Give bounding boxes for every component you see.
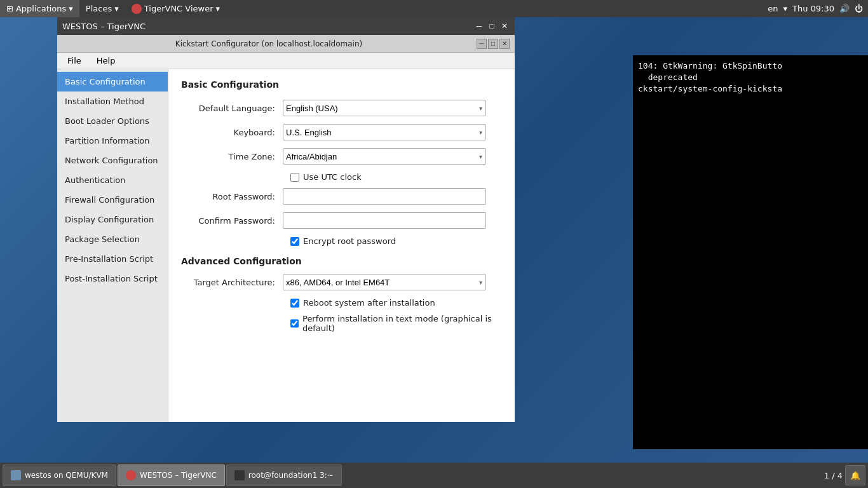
keyboard-label: Keyboard: (181, 128, 283, 137)
sidebar-item-network-configuration[interactable]: Network Configuration (57, 151, 168, 170)
tigervnc-window-controls: ─ □ ✕ (474, 21, 510, 31)
target-arch-select-wrapper: x86, AMD64, or Intel EM64T ▾ (283, 274, 486, 290)
default-language-select[interactable]: English (USA) (283, 100, 486, 116)
sidebar-item-firewall-configuration[interactable]: Firewall Configuration (57, 190, 168, 210)
sidebar-item-partition-information[interactable]: Partition Information (57, 131, 168, 151)
help-menu[interactable]: Help (89, 55, 123, 67)
lang-arrow-icon: ▾ (783, 4, 787, 13)
time-zone-row: Time Zone: Africa/Abidjan ▾ (181, 148, 502, 165)
confirm-password-input[interactable] (283, 212, 486, 229)
encrypt-root-password-checkbox[interactable] (290, 237, 299, 246)
clock: Thu 09:30 (792, 4, 834, 13)
top-taskbar: ⊞ Applications ▾ Places ▾ TigerVNC Viewe… (0, 0, 868, 17)
notification-icon: 🔔 (850, 471, 860, 480)
applications-arrow-icon: ▾ (69, 4, 73, 13)
tigervnc-titlebar: WESTOS – TigerVNC ─ □ ✕ (57, 17, 515, 35)
sidebar-item-post-installation-script[interactable]: Post-Installation Script (57, 269, 168, 288)
utc-clock-row: Use UTC clock (181, 172, 502, 182)
tigervnc-arrow-icon: ▾ (216, 4, 220, 13)
taskbar-tigervnc-label: WESTOS – TigerVNC (140, 471, 217, 480)
time-zone-label: Time Zone: (181, 152, 283, 161)
default-language-row: Default Language: English (USA) ▾ (181, 100, 502, 116)
page-indicator: 1 / 4 (824, 471, 843, 480)
tigervnc-title: WESTOS – TigerVNC (62, 22, 146, 31)
tigervnc-taskbar-btn[interactable]: TigerVNC Viewer ▾ (125, 0, 226, 17)
confirm-password-label: Confirm Password: (181, 216, 283, 226)
terminal-line-1: 104: GtkWarning: GtkSpinButto (638, 60, 863, 72)
basic-config-title: Basic Configuration (181, 79, 502, 90)
keyboard-row: Keyboard: U.S. English ▾ (181, 124, 502, 140)
confirm-password-row: Confirm Password: (181, 212, 502, 229)
target-arch-row: Target Architecture: x86, AMD64, or Inte… (181, 274, 502, 290)
root-password-input[interactable] (283, 188, 486, 205)
top-taskbar-right: en ▾ Thu 09:30 🔊 ⏻ (768, 0, 868, 17)
tigervnc-window: WESTOS – TigerVNC ─ □ ✕ Kickstart Config… (57, 17, 515, 422)
sidebar-item-display-configuration[interactable]: Display Configuration (57, 210, 168, 229)
time-zone-select[interactable]: Africa/Abidjan (283, 148, 486, 165)
kickstart-body: Basic Configuration Installation Method … (57, 69, 515, 422)
time-zone-select-wrapper: Africa/Abidjan ▾ (283, 148, 486, 165)
terminal-taskbar-icon (234, 470, 245, 480)
kickstart-container: Kickstart Configurator (on localhost.loc… (57, 35, 515, 422)
taskbar-tigervnc-btn[interactable]: WESTOS – TigerVNC (118, 464, 225, 486)
tigervnc-label: TigerVNC Viewer (144, 4, 214, 13)
lang-indicator[interactable]: en (768, 4, 778, 13)
menu-bar: File Help (57, 53, 515, 69)
default-language-label: Default Language: (181, 104, 283, 113)
applications-menu[interactable]: ⊞ Applications ▾ (0, 0, 79, 17)
text-mode-row: Perform installation in text mode (graph… (181, 314, 502, 333)
content-area: Basic Configuration Default Language: En… (168, 69, 515, 422)
tigervnc-maximize-button[interactable]: □ (487, 21, 497, 31)
default-language-select-wrapper: English (USA) ▾ (283, 100, 486, 116)
terminal-line-3: ckstart/system-config-kicksta (638, 83, 863, 95)
tigervnc-minimize-button[interactable]: ─ (474, 21, 484, 31)
root-password-row: Root Password: (181, 188, 502, 205)
sidebar-item-pre-installation-script[interactable]: Pre-Installation Script (57, 249, 168, 269)
sidebar-item-boot-loader-options[interactable]: Boot Loader Options (57, 111, 168, 131)
reboot-checkbox[interactable] (290, 299, 299, 308)
power-icon[interactable]: ⏻ (855, 4, 863, 13)
applications-icon: ⊞ (6, 4, 13, 13)
volume-icon[interactable]: 🔊 (839, 4, 850, 13)
places-label: Places (86, 4, 112, 13)
taskbar-vm-btn[interactable]: westos on QEMU/KVM (3, 464, 116, 486)
top-taskbar-left: ⊞ Applications ▾ Places ▾ TigerVNC Viewe… (0, 0, 226, 17)
kickstart-maximize-button[interactable]: □ (488, 39, 498, 49)
root-password-label: Root Password: (181, 192, 283, 201)
tigervnc-taskbar-icon (126, 470, 136, 480)
utc-clock-label: Use UTC clock (303, 172, 362, 182)
sidebar-item-installation-method[interactable]: Installation Method (57, 92, 168, 111)
sidebar-item-basic-configuration[interactable]: Basic Configuration (57, 72, 168, 92)
sidebar-item-package-selection[interactable]: Package Selection (57, 229, 168, 249)
terminal-background: 104: GtkWarning: GtkSpinButto deprecated… (633, 55, 868, 449)
utc-clock-checkbox[interactable] (290, 173, 299, 182)
places-arrow-icon: ▾ (114, 4, 119, 13)
bottom-taskbar: westos on QEMU/KVM WESTOS – TigerVNC roo… (0, 463, 868, 488)
kickstart-close-button[interactable]: ✕ (499, 39, 510, 49)
taskbar-vm-label: westos on QEMU/KVM (25, 471, 108, 480)
tigervnc-app-icon (132, 4, 142, 14)
desktop: 104: GtkWarning: GtkSpinButto deprecated… (0, 17, 868, 463)
taskbar-terminal-btn[interactable]: root@foundation1 3:~ (226, 464, 342, 486)
places-menu[interactable]: Places ▾ (79, 0, 125, 17)
notification-button[interactable]: 🔔 (845, 465, 865, 485)
keyboard-select[interactable]: U.S. English (283, 124, 486, 140)
terminal-line-2: deprecated (638, 72, 863, 83)
target-arch-label: Target Architecture: (181, 278, 283, 287)
text-mode-label: Perform installation in text mode (graph… (302, 314, 502, 333)
file-menu[interactable]: File (60, 55, 89, 67)
reboot-row: Reboot system after installation (181, 298, 502, 308)
target-arch-select[interactable]: x86, AMD64, or Intel EM64T (283, 274, 486, 290)
kickstart-minimize-button[interactable]: ─ (477, 39, 487, 49)
sidebar: Basic Configuration Installation Method … (57, 69, 168, 422)
kickstart-titlebar: Kickstart Configurator (on localhost.loc… (57, 35, 515, 53)
text-mode-checkbox[interactable] (290, 319, 299, 328)
encrypt-root-password-label: Encrypt root password (303, 236, 396, 246)
vm-icon (11, 470, 21, 480)
encrypt-password-row: Encrypt root password (181, 236, 502, 246)
advanced-config-title: Advanced Configuration (181, 256, 502, 266)
applications-label: Applications (16, 4, 66, 13)
tigervnc-close-button[interactable]: ✕ (499, 21, 510, 31)
kickstart-title: Kickstart Configurator (on localhost.loc… (62, 39, 475, 48)
sidebar-item-authentication[interactable]: Authentication (57, 170, 168, 190)
